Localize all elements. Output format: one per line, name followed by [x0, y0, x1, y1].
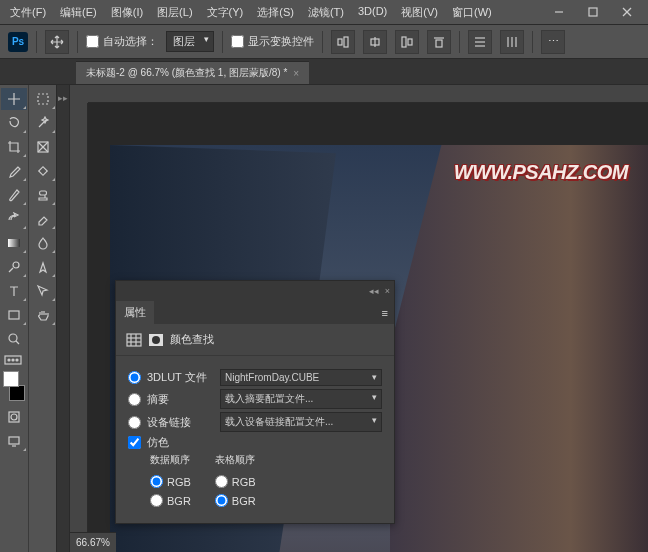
tool-column-right: [28, 85, 56, 552]
quick-mask-tool[interactable]: [1, 406, 27, 428]
svg-point-25: [16, 359, 18, 361]
hand-tool[interactable]: [30, 304, 56, 326]
menu-select[interactable]: 选择(S): [251, 2, 300, 23]
menu-bar: 文件(F) 编辑(E) 图像(I) 图层(L) 文字(Y) 选择(S) 滤镜(T…: [0, 0, 648, 25]
eyedropper-tool[interactable]: [1, 160, 27, 182]
lut-file-select[interactable]: NightFromDay.CUBE: [220, 369, 382, 386]
zoom-level[interactable]: 66.67%: [76, 537, 110, 548]
svg-point-19: [13, 262, 19, 268]
properties-panel: ◂◂ × 属性 ≡ 颜色查找 3DLUT 文件 NightFromDay.CUB…: [115, 280, 395, 524]
abstract-radio[interactable]: 摘要: [128, 392, 212, 407]
align-icon-2[interactable]: [363, 30, 387, 54]
move-tool-icon[interactable]: [45, 30, 69, 54]
table-order-bgr[interactable]: BGR: [215, 494, 256, 507]
blur-tool[interactable]: [30, 232, 56, 254]
menu-edit[interactable]: 编辑(E): [54, 2, 103, 23]
mask-icon: [148, 333, 164, 347]
menu-image[interactable]: 图像(I): [105, 2, 149, 23]
auto-select-dropdown[interactable]: 图层: [166, 31, 214, 52]
distribute-icon-2[interactable]: [500, 30, 524, 54]
data-order-label: 数据顺序: [150, 453, 191, 467]
ruler-vertical[interactable]: [70, 85, 88, 552]
more-options-icon[interactable]: ⋯: [541, 30, 565, 54]
panel-close-icon[interactable]: ×: [385, 286, 390, 296]
svg-rect-11: [436, 40, 442, 47]
dither-checkbox[interactable]: 仿色: [128, 435, 212, 450]
document-tab-bar: 未标题-2 @ 66.7% (颜色查找 1, 图层蒙版/8) * ×: [0, 59, 648, 85]
menu-file[interactable]: 文件(F): [4, 2, 52, 23]
panel-collapse-handle[interactable]: ▸▸: [56, 85, 70, 552]
svg-rect-1: [589, 8, 597, 16]
abstract-select[interactable]: 载入摘要配置文件...: [220, 389, 382, 409]
data-order-rgb[interactable]: RGB: [150, 475, 191, 488]
svg-rect-29: [38, 94, 48, 104]
type-tool[interactable]: [1, 280, 27, 302]
svg-rect-18: [8, 239, 20, 247]
ruler-horizontal[interactable]: [88, 85, 648, 103]
panel-menu-icon[interactable]: ≡: [376, 303, 394, 323]
lut-file-radio[interactable]: 3DLUT 文件: [128, 370, 212, 385]
magic-wand-tool[interactable]: [30, 112, 56, 134]
close-button[interactable]: [610, 0, 644, 24]
show-transform-checkbox[interactable]: 显示变换控件: [231, 34, 314, 49]
move-tool[interactable]: [1, 88, 27, 110]
screen-mode-tool[interactable]: [1, 430, 27, 452]
ps-logo-icon: Ps: [8, 32, 28, 52]
svg-rect-28: [9, 437, 19, 444]
marquee-tool[interactable]: [30, 88, 56, 110]
menu-type[interactable]: 文字(Y): [201, 2, 250, 23]
panel-title[interactable]: 属性: [116, 301, 154, 324]
device-radio[interactable]: 设备链接: [128, 415, 212, 430]
align-icon[interactable]: [331, 30, 355, 54]
svg-rect-9: [408, 39, 412, 45]
watermark-text: WWW.PSAHZ.COM: [454, 161, 628, 184]
stamp-tool[interactable]: [30, 184, 56, 206]
color-swatch[interactable]: [3, 371, 25, 401]
svg-rect-33: [39, 167, 47, 175]
pen-tool[interactable]: [30, 256, 56, 278]
grid-icon: [126, 333, 142, 347]
status-bar: 66.67%: [70, 532, 116, 552]
auto-select-checkbox[interactable]: 自动选择：: [86, 34, 158, 49]
menu-3d[interactable]: 3D(D): [352, 2, 393, 23]
path-tool[interactable]: [30, 280, 56, 302]
svg-rect-34: [127, 334, 141, 346]
svg-point-21: [9, 334, 17, 342]
svg-point-23: [8, 359, 10, 361]
align-icon-3[interactable]: [395, 30, 419, 54]
svg-point-27: [11, 414, 17, 420]
brush-tool[interactable]: [1, 184, 27, 206]
crop-tool[interactable]: [1, 136, 27, 158]
menu-view[interactable]: 视图(V): [395, 2, 444, 23]
maximize-button[interactable]: [576, 0, 610, 24]
table-order-label: 表格顺序: [215, 453, 256, 467]
zoom-tool[interactable]: [1, 328, 27, 350]
svg-point-40: [152, 336, 160, 344]
distribute-icon[interactable]: [468, 30, 492, 54]
healing-tool[interactable]: [30, 160, 56, 182]
menu-filter[interactable]: 滤镜(T): [302, 2, 350, 23]
panel-collapse-icon[interactable]: ◂◂: [369, 286, 379, 296]
history-brush-tool[interactable]: [1, 208, 27, 230]
device-select[interactable]: 载入设备链接配置文件...: [220, 412, 382, 432]
minimize-button[interactable]: [542, 0, 576, 24]
document-tab[interactable]: 未标题-2 @ 66.7% (颜色查找 1, 图层蒙版/8) * ×: [76, 61, 309, 84]
svg-rect-5: [344, 37, 348, 47]
frame-tool[interactable]: [30, 136, 56, 158]
data-order-bgr[interactable]: BGR: [150, 494, 191, 507]
dodge-tool[interactable]: [1, 256, 27, 278]
rectangle-tool[interactable]: [1, 304, 27, 326]
options-bar: Ps 自动选择： 图层 显示变换控件 ⋯: [0, 25, 648, 59]
gradient-tool[interactable]: [1, 232, 27, 254]
eraser-tool[interactable]: [30, 208, 56, 230]
menu-window[interactable]: 窗口(W): [446, 2, 498, 23]
menu-layer[interactable]: 图层(L): [151, 2, 198, 23]
panel-subtitle: 颜色查找: [170, 332, 214, 347]
svg-point-24: [12, 359, 14, 361]
svg-rect-4: [338, 39, 342, 45]
svg-rect-20: [9, 311, 19, 319]
table-order-rgb[interactable]: RGB: [215, 475, 256, 488]
lasso-tool[interactable]: [1, 112, 27, 134]
align-icon-4[interactable]: [427, 30, 451, 54]
close-tab-icon[interactable]: ×: [293, 68, 299, 79]
